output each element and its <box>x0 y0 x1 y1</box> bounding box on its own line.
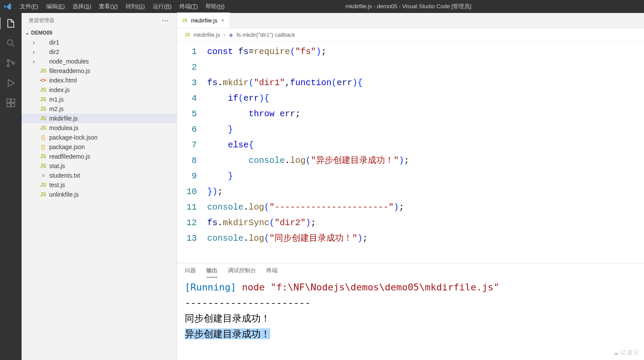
editor-tab[interactable]: JS mkdirfile.js × <box>177 13 230 28</box>
menu-item[interactable]: 运行(R) <box>149 1 175 12</box>
svg-point-1 <box>7 60 9 62</box>
tree-file[interactable]: {}package-lock.json <box>22 133 177 142</box>
project-root[interactable]: ⌄ DEMO05 <box>22 28 177 38</box>
chevron-right-icon: › <box>33 39 39 46</box>
tree-item-label: unlinkfile.js <box>49 191 79 198</box>
source-control-icon[interactable] <box>5 57 17 69</box>
code-line: 1const fs=require("fs"); <box>177 44 644 60</box>
panel-tab[interactable]: 问题 <box>185 264 196 277</box>
tree-item-label: m1.js <box>49 96 63 103</box>
code-text: } <box>207 122 233 137</box>
tree-file[interactable]: JSm1.js <box>22 95 177 104</box>
code-editor[interactable]: 1const fs=require("fs");23fs.mkdir("dir1… <box>177 41 644 263</box>
code-text: } <box>207 169 233 184</box>
tree-item-label: package.json <box>49 143 85 150</box>
breadcrumb-file: mkdirfile.js <box>193 32 220 38</box>
tree-item-label: m2.js <box>49 105 63 112</box>
output-body[interactable]: [Running] node "f:\NF\Nodejs\demos\demo0… <box>177 278 644 360</box>
more-actions-icon[interactable]: ⋯ <box>162 16 170 25</box>
txt-file-icon: ≡ <box>39 172 47 178</box>
code-text: console.log("同步创建目录成功！"); <box>207 231 368 246</box>
menu-item[interactable]: 文件(F) <box>16 1 42 12</box>
line-number: 7 <box>177 137 207 153</box>
tree-file[interactable]: JSstat.js <box>22 161 177 171</box>
window-title: mkdirfile.js - demo05 - Visual Studio Co… <box>228 3 589 10</box>
chevron-right-icon: › <box>33 48 39 55</box>
close-icon[interactable]: × <box>221 17 224 24</box>
line-number: 9 <box>177 169 207 184</box>
js-file-icon: JS <box>39 68 47 74</box>
code-text: console.log("----------------------"); <box>207 200 404 215</box>
titlebar: 文件(F)编辑(E)选择(S)查看(V)转到(G)运行(R)终端(T)帮助(H)… <box>0 0 644 13</box>
line-number: 5 <box>177 106 207 122</box>
tree-file[interactable]: JSm2.js <box>22 104 177 114</box>
output-line: ---------------------- <box>185 295 636 311</box>
tree-file[interactable]: ≡students.txt <box>22 171 177 180</box>
file-tree: ›dir1›dir2›node_modulesJSfilereaddemo.js… <box>22 38 177 199</box>
tree-item-label: index.js <box>49 86 69 93</box>
code-text: else{ <box>207 137 254 153</box>
extensions-icon[interactable] <box>5 97 17 109</box>
tree-folder[interactable]: ›dir2 <box>22 47 177 57</box>
code-text: fs.mkdirSync("dir2"); <box>207 215 316 231</box>
tree-file[interactable]: JStest.js <box>22 180 177 190</box>
chevron-right-icon: › <box>33 58 39 65</box>
tree-item-label: filereaddemo.js <box>49 67 90 74</box>
tree-item-label: package-lock.json <box>49 134 98 141</box>
svg-rect-4 <box>7 99 10 102</box>
tree-item-label: students.txt <box>49 172 80 179</box>
menu-item[interactable]: 选择(S) <box>69 1 95 12</box>
tree-file[interactable]: <>index.html <box>22 76 177 85</box>
js-file-icon: JS <box>39 153 47 159</box>
tree-file[interactable]: JSreadfiledemo.js <box>22 152 177 161</box>
svg-point-2 <box>7 65 9 67</box>
tree-folder[interactable]: ›dir1 <box>22 38 177 47</box>
code-line: 13console.log("同步创建目录成功！"); <box>177 231 644 246</box>
cloud-icon: ☁ <box>613 349 619 356</box>
line-number: 3 <box>177 75 207 91</box>
tree-item-label: dir2 <box>49 48 59 55</box>
tree-item-label: readfiledemo.js <box>49 153 90 160</box>
tree-file[interactable]: {}package.json <box>22 142 177 152</box>
code-line: 8 console.log("异步创建目录成功！"); <box>177 153 644 169</box>
tree-file[interactable]: JSindex.js <box>22 85 177 95</box>
code-line: 5 throw err; <box>177 106 644 122</box>
tree-item-label: dir1 <box>49 39 59 46</box>
menu-item[interactable]: 终端(T) <box>176 1 202 12</box>
panel-tab[interactable]: 输出 <box>206 264 218 277</box>
tree-item-label: index.html <box>49 77 77 84</box>
chevron-down-icon: ⌄ <box>25 30 29 36</box>
breadcrumb[interactable]: JS mkdirfile.js › ◈ fs.mkdir("dir1") cal… <box>177 29 644 41</box>
menu-item[interactable]: 转到(G) <box>122 1 148 12</box>
activity-bar <box>0 13 22 360</box>
code-line: 9 } <box>177 169 644 184</box>
tree-file[interactable]: JSfilereaddemo.js <box>22 66 177 76</box>
panel-tab[interactable]: 调试控制台 <box>228 264 256 277</box>
line-number: 1 <box>177 44 207 60</box>
search-icon[interactable] <box>5 37 17 49</box>
code-line: 7 else{ <box>177 137 644 153</box>
code-line: 3fs.mkdir("dir1",function(err){ <box>177 75 644 91</box>
code-line: 12fs.mkdirSync("dir2"); <box>177 215 644 231</box>
tree-folder[interactable]: ›node_modules <box>22 57 177 66</box>
menu-item[interactable]: 编辑(E) <box>43 1 68 12</box>
js-file-icon: JS <box>39 182 47 188</box>
tree-file[interactable]: JSmodulea.js <box>22 123 177 133</box>
line-number: 2 <box>177 60 207 75</box>
code-line: 4 if(err){ <box>177 91 644 106</box>
code-text: if(err){ <box>207 91 269 106</box>
menu-item[interactable]: 查看(V) <box>95 1 121 12</box>
tree-file[interactable]: JSunlinkfile.js <box>22 190 177 199</box>
line-number: 13 <box>177 231 207 246</box>
explorer-icon[interactable] <box>0 17 21 29</box>
tree-file[interactable]: JSmkdirfile.js <box>22 114 177 123</box>
output-command: node "f:\NF\Nodejs\demos\demo05\mkdirfil… <box>236 282 499 293</box>
menu-item[interactable]: 帮助(H) <box>202 1 228 12</box>
js-file-icon: JS <box>39 96 47 102</box>
js-file-icon: JS <box>39 191 47 198</box>
tree-item-label: node_modules <box>49 58 89 65</box>
js-file-icon: JS <box>39 106 47 112</box>
panel-tabs: 问题输出调试控制台终端 <box>177 263 644 278</box>
run-debug-icon[interactable] <box>5 77 17 89</box>
panel-tab[interactable]: 终端 <box>266 264 278 277</box>
